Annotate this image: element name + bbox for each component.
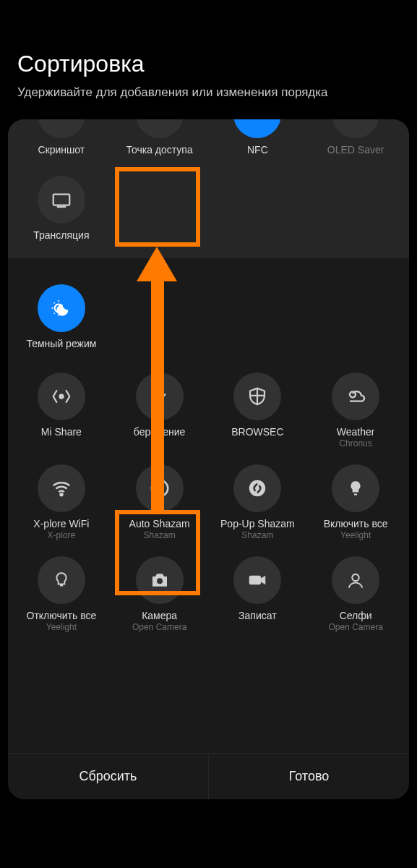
- tile-label: Записат: [238, 610, 277, 621]
- tile-sub: Yeelight: [46, 622, 77, 632]
- tile-yeelight-off[interactable]: Отключить все Yeelight: [12, 549, 111, 637]
- darkmode-icon: [38, 284, 85, 332]
- tile-power-save[interactable]: бережение: [111, 365, 209, 453]
- svg-rect-0: [53, 195, 70, 205]
- camera-icon: [136, 556, 184, 604]
- tile-cast[interactable]: Трансляция: [12, 169, 111, 245]
- tile-label: Скриншот: [38, 144, 85, 156]
- tile-weather[interactable]: Weather Chronus: [306, 365, 405, 453]
- tile-empty: [111, 277, 209, 354]
- tile-label: Weather: [337, 426, 375, 438]
- tile-selfie[interactable]: Селфи Open Camera: [306, 549, 405, 637]
- shazam-icon: [136, 464, 184, 512]
- tile-label: Включить все: [324, 518, 388, 529]
- inactive-row-1: Mi Share бережение BROWSEC: [8, 365, 409, 453]
- active-row-1: Скриншот Точка доступа NFC OLED Saver: [8, 119, 409, 160]
- tile-label: BROWSEC: [231, 426, 283, 438]
- tiles-panel: Скриншот Точка доступа NFC OLED Saver: [8, 119, 409, 799]
- svg-point-5: [60, 493, 62, 495]
- action-buttons: Сбросить Готово: [8, 753, 409, 799]
- tile-empty-slot[interactable]: [111, 169, 209, 245]
- tile-label: Pop-Up Shazam: [220, 518, 295, 529]
- tile-sub: Open Camera: [132, 622, 186, 632]
- tile-mishare[interactable]: Mi Share: [12, 365, 111, 453]
- tile-sub: Yeelight: [340, 530, 371, 540]
- tile-label: OLED Saver: [327, 144, 384, 156]
- inactive-row-2: X-plore WiFi X-plore Auto Shazam Shazam: [8, 457, 409, 545]
- video-icon: [233, 556, 281, 604]
- svg-point-10: [352, 574, 358, 581]
- tile-oled-saver[interactable]: OLED Saver: [306, 119, 405, 160]
- bolt-icon: [136, 373, 184, 420]
- active-row-2: Трансляция: [8, 169, 409, 245]
- blank-icon: [136, 119, 184, 138]
- tile-popup-shazam[interactable]: Pop-Up Shazam Shazam: [209, 457, 307, 545]
- tile-label: Камера: [142, 610, 177, 621]
- tile-screenshot[interactable]: Скриншот: [12, 119, 111, 160]
- tile-sub: Open Camera: [328, 622, 382, 632]
- tile-xplore-wifi[interactable]: X-plore WiFi X-plore: [12, 457, 111, 545]
- nfc-icon: [233, 119, 281, 138]
- selfie-icon: [332, 556, 379, 604]
- svg-point-7: [249, 480, 266, 497]
- svg-point-6: [151, 480, 168, 497]
- tile-label: Точка доступа: [126, 144, 193, 156]
- tile-empty: [306, 169, 405, 245]
- tile-browsec[interactable]: BROWSEC: [209, 365, 307, 453]
- tile-label: Auto Shazam: [129, 518, 190, 529]
- tile-sub: Shazam: [241, 530, 273, 540]
- page-title: Сортировка: [17, 51, 400, 77]
- tile-empty: [209, 169, 307, 245]
- done-button[interactable]: Готово: [208, 754, 409, 799]
- tile-yeelight-on[interactable]: Включить все Yeelight: [306, 457, 405, 545]
- mid-area: Темный режим: [8, 258, 409, 359]
- bulb-off-icon: [38, 556, 85, 604]
- shazam-icon: [233, 464, 281, 512]
- tile-label: Mi Share: [41, 426, 82, 438]
- wifi-icon: [38, 464, 85, 512]
- tile-sub: X-plore: [48, 530, 76, 540]
- tile-sub: Shazam: [144, 530, 176, 540]
- tile-label: Селфи: [340, 610, 372, 621]
- tile-dark-mode[interactable]: Темный режим: [12, 277, 111, 354]
- svg-rect-9: [249, 576, 261, 585]
- tile-label: Отключить все: [27, 610, 97, 621]
- reset-button[interactable]: Сбросить: [8, 754, 208, 799]
- svg-point-8: [157, 578, 163, 584]
- blank-icon: [38, 119, 85, 138]
- tile-label: NFC: [247, 144, 268, 156]
- mishare-icon: [38, 373, 85, 420]
- tile-camera[interactable]: Камера Open Camera: [111, 549, 209, 637]
- bulb-icon: [332, 464, 379, 512]
- tile-empty: [306, 277, 405, 354]
- page-subtitle: Удерживайте для добавления или изменения…: [17, 85, 400, 101]
- tile-hotspot[interactable]: Точка доступа: [111, 119, 209, 160]
- weather-icon: [332, 373, 379, 420]
- active-tiles-area: Скриншот Точка доступа NFC OLED Saver: [8, 119, 409, 258]
- tile-record[interactable]: Записат: [209, 549, 307, 637]
- cast-icon: [38, 176, 85, 224]
- tile-label: X-plore WiFi: [33, 518, 89, 529]
- tile-empty: [209, 277, 307, 354]
- tile-sub: Chronus: [339, 438, 371, 448]
- tile-label: бережение: [134, 426, 186, 438]
- tile-label: Темный режим: [26, 338, 96, 349]
- svg-point-3: [59, 395, 63, 399]
- inactive-row-3: Отключить все Yeelight Камера Open Camer…: [8, 549, 409, 637]
- shield-icon: [233, 373, 281, 420]
- tile-nfc[interactable]: NFC: [209, 119, 307, 160]
- tile-auto-shazam[interactable]: Auto Shazam Shazam: [111, 457, 209, 545]
- tile-label: Трансляция: [33, 229, 89, 241]
- inactive-tiles-area: Mi Share бережение BROWSEC: [8, 359, 409, 753]
- blank-icon: [332, 119, 379, 138]
